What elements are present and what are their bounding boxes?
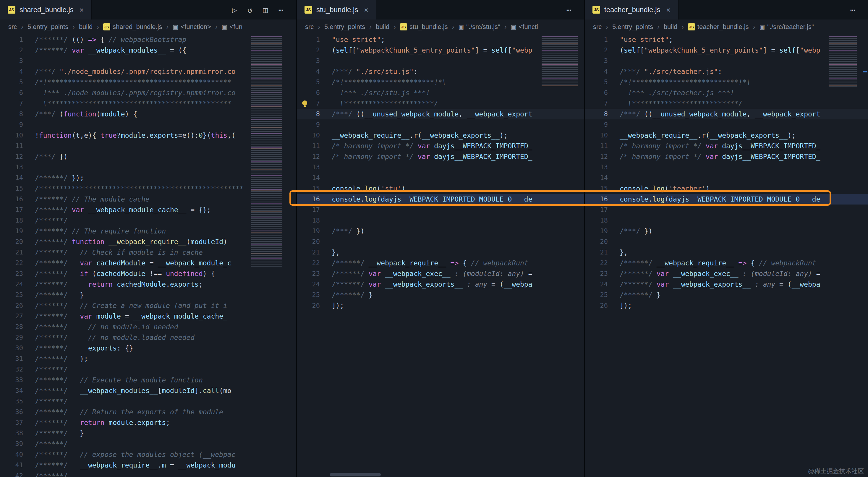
- line-number: 9: [297, 119, 320, 130]
- code-line[interactable]: 22/******/ __webpack_require__ => { // w…: [585, 258, 868, 268]
- breadcrumb-item[interactable]: 5.entry_points: [28, 23, 68, 31]
- code-line[interactable]: 4/***/ "./src/teacher.js":: [585, 66, 868, 77]
- tab-teacher-bundle[interactable]: JS teacher_bundle.js ✕: [585, 0, 679, 20]
- breadcrumb-separator: ›: [657, 23, 659, 31]
- code-area[interactable]: 1"use strict";2(self["webpackChunk_5_ent…: [585, 34, 868, 311]
- code-line[interactable]: 10__webpack_require__.r(__webpack_export…: [585, 130, 868, 141]
- code-line[interactable]: 20: [585, 236, 868, 247]
- code-line[interactable]: 17: [585, 204, 868, 215]
- code-line[interactable]: 23/******/ var __webpack_exec__ : (modul…: [585, 268, 868, 279]
- breadcrumb-item[interactable]: build: [79, 23, 93, 31]
- code-text: /******/ // Execute the module function: [23, 375, 203, 385]
- breadcrumb-item[interactable]: ▣"./src/stu.js": [458, 23, 500, 31]
- code-line[interactable]: 5/*!**************************!*\: [585, 77, 868, 88]
- breadcrumb-item[interactable]: ▣<fun: [222, 23, 242, 31]
- minimap[interactable]: [828, 34, 858, 477]
- code-text: /******/ exports: {}: [23, 343, 133, 353]
- code-text: [320, 172, 332, 183]
- line-number: 14: [0, 172, 23, 183]
- overview-ruler-marker: [863, 71, 867, 72]
- code-line[interactable]: 21},: [585, 247, 868, 258]
- code-line[interactable]: 15console.log('teacher'): [585, 183, 868, 194]
- more-actions-button[interactable]: ⋯: [850, 5, 855, 14]
- line-number: 20: [0, 236, 23, 247]
- line-number: 18: [585, 215, 608, 226]
- code-text: "use strict";: [320, 34, 385, 45]
- code-line[interactable]: 11/* harmony import */ var dayjs__WEBPAC…: [585, 141, 868, 151]
- more-actions-button[interactable]: ⋯: [278, 5, 283, 14]
- line-number: 5: [297, 77, 320, 88]
- code-text: /******/ (() => { // webpackBootstrap: [23, 34, 186, 45]
- horizontal-scrollbar[interactable]: [330, 473, 381, 476]
- code-line[interactable]: 25/******/ }: [585, 290, 868, 300]
- tab-stu-bundle[interactable]: JS stu_bundle.js ✕: [297, 0, 376, 20]
- more-actions-button[interactable]: ⋯: [566, 5, 571, 14]
- breadcrumb-separator: ›: [72, 23, 75, 31]
- line-number: 9: [585, 119, 608, 130]
- breadcrumb-item[interactable]: JSshared_bundle.js: [103, 23, 162, 31]
- breadcrumb-separator: ›: [369, 23, 372, 31]
- breadcrumb-item[interactable]: src: [593, 23, 601, 31]
- code-line[interactable]: 2(self["webpackChunk_5_entry_points"] = …: [585, 45, 868, 56]
- line-number: 8: [0, 109, 23, 119]
- breadcrumb-item[interactable]: ▣<functi: [511, 23, 538, 31]
- close-icon[interactable]: ✕: [80, 6, 84, 14]
- line-number: 37: [0, 417, 23, 428]
- line-number: 7: [585, 98, 608, 109]
- code-line[interactable]: 24/******/ var __webpack_exports__ : any…: [585, 279, 868, 290]
- breadcrumb-item[interactable]: src: [8, 23, 17, 31]
- line-number: 26: [585, 300, 608, 311]
- breadcrumb-item[interactable]: build: [664, 23, 677, 31]
- js-file-icon: JS: [103, 23, 110, 30]
- breadcrumb-item[interactable]: JSstu_bundle.js: [400, 23, 448, 31]
- run-button[interactable]: ▷: [232, 5, 237, 14]
- line-number: 17: [585, 204, 608, 215]
- code-text: /***/ }): [23, 151, 68, 162]
- line-number: 16: [0, 194, 23, 204]
- breadcrumb-label: 5.entry_points: [324, 23, 365, 31]
- code-text: [23, 141, 35, 151]
- line-number: 12: [297, 151, 320, 162]
- code-line[interactable]: 9: [585, 119, 868, 130]
- close-icon[interactable]: ✕: [666, 6, 670, 14]
- breadcrumb-separator: ›: [21, 23, 23, 31]
- code-text: [320, 236, 332, 247]
- code-text: /* harmony import */ var dayjs__WEBPACK_…: [608, 141, 820, 151]
- breadcrumb-item[interactable]: 5.entry_points: [612, 23, 653, 31]
- minimap[interactable]: [540, 34, 579, 477]
- breadcrumb-item[interactable]: build: [376, 23, 390, 31]
- line-number: 31: [0, 353, 23, 364]
- line-number: 41: [0, 460, 23, 471]
- code-line[interactable]: 1"use strict";: [585, 34, 868, 45]
- code-line[interactable]: 13: [585, 162, 868, 172]
- code-text: /******/ }: [23, 290, 84, 300]
- code-line[interactable]: 6 !*** ./src/teacher.js ***!: [585, 88, 868, 98]
- breadcrumb-label: shared_bundle.js: [113, 23, 162, 31]
- code-line[interactable]: 7 \**************************/: [585, 98, 868, 109]
- code-line[interactable]: 8/***/ ((__unused_webpack_module, __webp…: [585, 109, 868, 119]
- minimap[interactable]: [250, 34, 283, 477]
- code-text: /******/ // The require function: [23, 226, 166, 236]
- breadcrumb-item[interactable]: ▣"./src/teacher.js": [759, 23, 814, 31]
- code-line[interactable]: 16console.log(dayjs__WEBPACK_IMPORTED_MO…: [585, 194, 868, 204]
- code-line[interactable]: 14: [585, 172, 868, 183]
- tab-shared-bundle[interactable]: JS shared_bundle.js ✕: [0, 0, 92, 20]
- breadcrumb-item[interactable]: 5.entry_points: [324, 23, 365, 31]
- code-line[interactable]: 12/* harmony import */ var dayjs__WEBPAC…: [585, 151, 868, 162]
- breadcrumb-item[interactable]: ▣<function>: [173, 23, 211, 31]
- breadcrumb-item[interactable]: JSteacher_bundle.js: [688, 23, 749, 31]
- code-line[interactable]: 18: [585, 215, 868, 226]
- code-line[interactable]: 3: [585, 56, 868, 66]
- close-icon[interactable]: ✕: [364, 6, 368, 14]
- breadcrumb-label: <function>: [181, 23, 211, 31]
- code-text: /******/ var __webpack_exec__ : (moduleI…: [608, 268, 820, 279]
- code-text: (self["webpackChunk_5_entry_points"] = s…: [320, 45, 532, 56]
- code-line[interactable]: 26]);: [585, 300, 868, 311]
- breadcrumb-item[interactable]: src: [305, 23, 314, 31]
- code-line[interactable]: 19/***/ }): [585, 226, 868, 236]
- line-number: 25: [297, 290, 320, 300]
- line-number: 2: [585, 45, 608, 56]
- split-editor-button[interactable]: ◫: [263, 5, 268, 14]
- editor-actions: ▷↺◫⋯: [232, 0, 296, 20]
- timeline-history-button[interactable]: ↺: [247, 5, 252, 14]
